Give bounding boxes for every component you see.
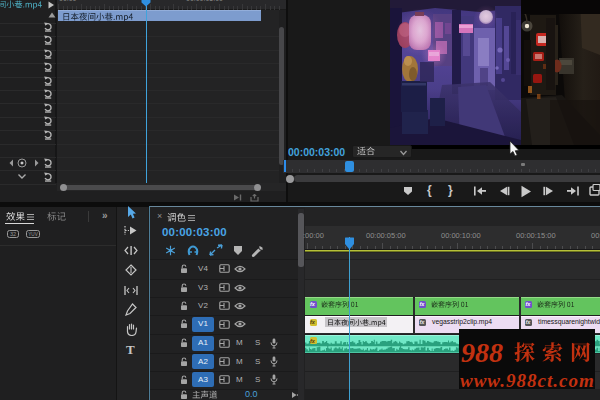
- svg-text:YUV: YUV: [28, 232, 38, 237]
- svg-text:32: 32: [10, 231, 16, 237]
